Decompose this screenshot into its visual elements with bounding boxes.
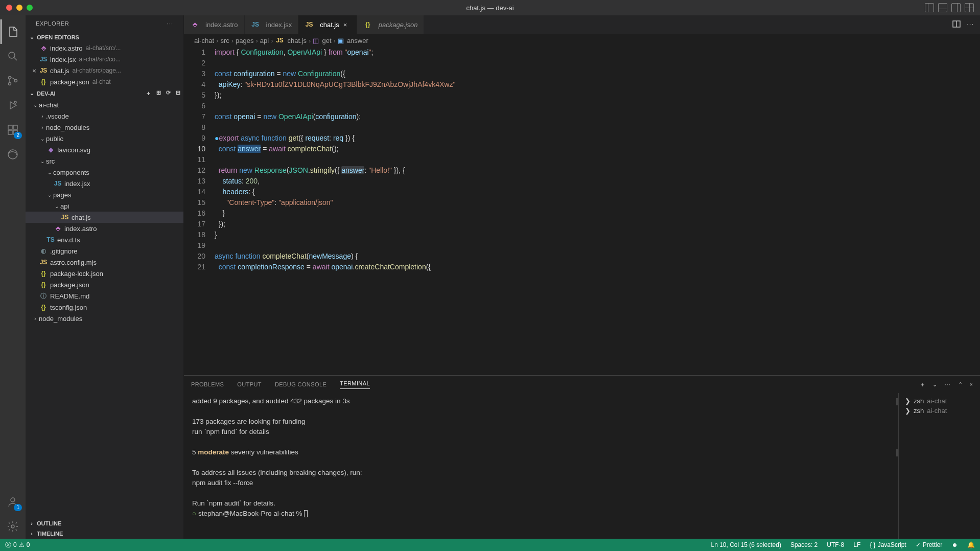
- file-item[interactable]: TSenv.d.ts: [26, 234, 183, 245]
- method-icon: ◫: [313, 37, 319, 44]
- close-icon[interactable]: ×: [343, 21, 351, 29]
- window-zoom-button[interactable]: [27, 5, 33, 11]
- panel-tab-output[interactable]: OUTPUT: [237, 381, 262, 387]
- breadcrumbs[interactable]: ai-chat› src› pages› api› JSchat.js› ◫ge…: [184, 34, 980, 47]
- window-close-button[interactable]: [6, 5, 12, 11]
- file-item[interactable]: {}tsconfig.json: [26, 302, 183, 313]
- tab-index-astro[interactable]: ⬘ index.astro: [184, 15, 245, 34]
- activity-edge[interactable]: [1, 142, 25, 167]
- tab-package-json[interactable]: {} package.json: [357, 15, 425, 34]
- file-item[interactable]: {}package.json: [26, 279, 183, 290]
- file-item[interactable]: JSindex.jsx: [26, 178, 183, 189]
- toggle-secondary-sidebar-icon[interactable]: [951, 3, 961, 12]
- customize-layout-icon[interactable]: [965, 3, 974, 12]
- split-editor-icon[interactable]: [952, 20, 961, 30]
- status-eol[interactable]: LF: [853, 541, 860, 548]
- status-language[interactable]: { }JavaScript: [870, 541, 906, 548]
- activity-search[interactable]: [1, 44, 25, 68]
- shell-name: zsh: [914, 397, 924, 405]
- new-file-icon[interactable]: ＋: [146, 89, 151, 97]
- terminal-output[interactable]: added 9 packages, and audited 432 packag…: [184, 393, 896, 539]
- terminal-list-item[interactable]: ❯ zsh ai-chat: [903, 406, 976, 416]
- file-name: env.d.ts: [57, 236, 80, 244]
- folder-item[interactable]: ›node_modules: [26, 313, 183, 324]
- file-item[interactable]: ⓘREADME.md: [26, 290, 183, 302]
- open-editor-item[interactable]: × JS chat.js ai-chat/src/page...: [26, 65, 183, 76]
- refresh-icon[interactable]: ⟳: [166, 89, 171, 97]
- activity-run-debug[interactable]: [1, 93, 25, 118]
- collapse-all-icon[interactable]: ⊟: [176, 89, 180, 97]
- file-path: ai-chat/src/page...: [73, 67, 121, 74]
- folder-item[interactable]: ⌄components: [26, 167, 183, 178]
- close-icon[interactable]: ×: [30, 67, 39, 75]
- svg-point-3: [9, 83, 11, 85]
- breadcrumb-item[interactable]: get: [322, 37, 331, 44]
- folder-item[interactable]: ⌄src: [26, 155, 183, 167]
- file-item[interactable]: ◐.gitignore: [26, 245, 183, 257]
- file-item[interactable]: {}package-lock.json: [26, 268, 183, 279]
- editor-more-icon[interactable]: ···: [967, 20, 974, 30]
- status-spaces[interactable]: Spaces: 2: [790, 541, 818, 548]
- traffic-lights: [0, 5, 33, 11]
- folder-item[interactable]: ⌄ai-chat: [26, 99, 183, 110]
- json-file-icon: {}: [363, 21, 372, 28]
- toggle-primary-sidebar-icon[interactable]: [925, 3, 934, 12]
- editor-tabs: ⬘ index.astro JS index.jsx JS chat.js × …: [184, 15, 980, 34]
- status-bell-icon[interactable]: 🔔: [967, 541, 975, 548]
- status-errors[interactable]: ⓧ0 ⚠0: [5, 541, 30, 549]
- maximize-panel-icon[interactable]: ⌃: [958, 381, 963, 388]
- section-open-editors[interactable]: ⌄ OPEN EDITORS: [26, 32, 183, 42]
- folder-item[interactable]: ›node_modules: [26, 122, 183, 133]
- panel-tab-problems[interactable]: PROBLEMS: [191, 381, 224, 387]
- breadcrumb-item[interactable]: answer: [347, 37, 368, 44]
- window-minimize-button[interactable]: [16, 5, 22, 11]
- activity-account[interactable]: 1: [1, 490, 25, 514]
- status-feedback-icon[interactable]: ☻: [951, 541, 958, 548]
- breadcrumb-item[interactable]: src: [220, 37, 229, 44]
- js-file-icon: JS: [305, 21, 314, 28]
- activity-extensions[interactable]: 2: [1, 118, 25, 142]
- folder-item[interactable]: ⌄pages: [26, 189, 183, 200]
- breadcrumb-item[interactable]: api: [260, 37, 269, 44]
- open-editor-item[interactable]: × ⬘ index.astro ai-chat/src/...: [26, 42, 183, 54]
- section-workspace[interactable]: ⌄ DEV-AI ＋ ⊞ ⟳ ⊟: [26, 87, 183, 99]
- toggle-panel-icon[interactable]: [938, 3, 947, 12]
- tab-chat-js[interactable]: JS chat.js ×: [298, 15, 357, 34]
- folder-item[interactable]: ›.vscode: [26, 110, 183, 122]
- file-item[interactable]: JSchat.js: [26, 212, 183, 223]
- file-item[interactable]: ⬘index.astro: [26, 223, 183, 234]
- close-panel-icon[interactable]: ×: [970, 381, 973, 387]
- status-prettier[interactable]: ✓Prettier: [916, 541, 943, 548]
- status-encoding[interactable]: UTF-8: [827, 541, 844, 548]
- file-item[interactable]: ◆favicon.svg: [26, 144, 183, 155]
- folder-name: .vscode: [46, 112, 69, 120]
- code-editor[interactable]: 123456789101112131415161718192021 import…: [184, 47, 980, 375]
- section-outline[interactable]: › OUTLINE: [26, 518, 183, 529]
- jsx-file-icon: JS: [251, 21, 260, 28]
- section-timeline[interactable]: › TIMELINE: [26, 529, 183, 539]
- terminal-list-item[interactable]: ❯ zsh ai-chat: [903, 396, 976, 406]
- breadcrumb-item[interactable]: pages: [236, 37, 253, 44]
- sidebar-more-icon[interactable]: ···: [167, 20, 173, 27]
- panel-tab-terminal[interactable]: TERMINAL: [340, 380, 370, 389]
- folder-item[interactable]: ⌄public: [26, 133, 183, 144]
- new-terminal-icon[interactable]: ＋: [920, 381, 925, 388]
- breadcrumb-item[interactable]: chat.js: [288, 37, 307, 44]
- tab-index-jsx[interactable]: JS index.jsx: [245, 15, 299, 34]
- open-editor-item[interactable]: × {} package.json ai-chat: [26, 76, 183, 87]
- activity-source-control[interactable]: [1, 68, 25, 93]
- activity-explorer[interactable]: [1, 19, 25, 44]
- panel-tab-debug[interactable]: DEBUG CONSOLE: [275, 381, 326, 387]
- ts-file-icon: TS: [46, 236, 55, 243]
- activity-settings[interactable]: [1, 514, 25, 539]
- new-folder-icon[interactable]: ⊞: [156, 89, 161, 97]
- terminal-dropdown-icon[interactable]: ⌄: [932, 381, 937, 388]
- panel-more-icon[interactable]: ···: [944, 381, 950, 387]
- status-cursor[interactable]: Ln 10, Col 15 (6 selected): [711, 541, 781, 548]
- file-path: ai-chat/src/co...: [79, 56, 121, 63]
- error-icon: ⓧ: [5, 541, 11, 549]
- file-item[interactable]: JSastro.config.mjs: [26, 257, 183, 268]
- folder-item[interactable]: ⌄api: [26, 200, 183, 212]
- open-editor-item[interactable]: × JS index.jsx ai-chat/src/co...: [26, 54, 183, 65]
- breadcrumb-item[interactable]: ai-chat: [194, 37, 214, 44]
